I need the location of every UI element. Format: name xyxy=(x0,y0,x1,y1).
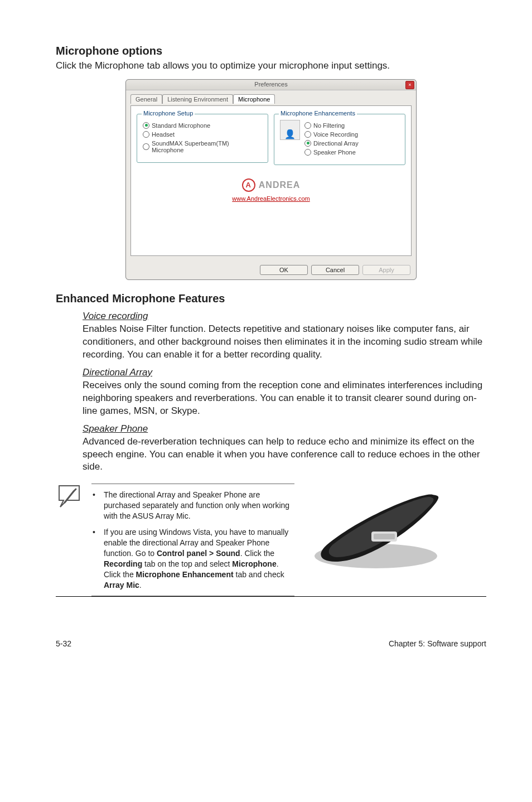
andrea-logo: A ANDREA xyxy=(242,178,300,192)
note-text: The directional Array and Speaker Phone … xyxy=(104,490,293,521)
note-item: • If you are using Windows Vista, you ha… xyxy=(93,527,293,590)
bullet-icon: • xyxy=(93,527,97,590)
radio-voice-recording[interactable]: Voice Recording xyxy=(304,131,359,138)
radio-icon xyxy=(304,131,311,138)
heading-microphone-options: Microphone options xyxy=(56,45,486,57)
bullet-icon: • xyxy=(93,490,97,521)
radio-icon xyxy=(304,149,311,156)
dialog-title: Preferences xyxy=(254,81,287,88)
product-image xyxy=(304,484,447,575)
tabbar: General Listening Environment Microphone xyxy=(130,94,412,103)
radio-icon xyxy=(143,131,149,138)
ok-button[interactable]: OK xyxy=(260,265,308,275)
footer-page-number: 5-32 xyxy=(56,639,71,648)
group-legend-enh: Microphone Enhancements xyxy=(279,110,357,117)
group-legend-setup: Microphone Setup xyxy=(142,110,195,117)
radio-label: Standard Microphone xyxy=(152,122,210,129)
note-item: • The directional Array and Speaker Phon… xyxy=(93,490,293,521)
note-box: • The directional Array and Speaker Phon… xyxy=(91,484,294,596)
feature-title-directional-array: Directional Array xyxy=(83,367,486,378)
tab-general[interactable]: General xyxy=(130,94,162,104)
feature-body-directional-array: Receives only the sound coming from the … xyxy=(83,379,486,418)
group-microphone-enhancements: Microphone Enhancements 👤 No Filtering xyxy=(274,114,405,165)
footer-chapter: Chapter 5: Software support xyxy=(389,639,486,648)
apply-button[interactable]: Apply xyxy=(362,265,410,275)
feature-title-speaker-phone: Speaker Phone xyxy=(83,423,486,434)
close-icon[interactable]: × xyxy=(405,81,414,89)
feature-title-voice-recording: Voice recording xyxy=(83,311,486,322)
andrea-mark-icon: A xyxy=(242,178,255,192)
radio-label: Speaker Phone xyxy=(313,149,356,156)
preferences-dialog: Preferences × General Listening Environm… xyxy=(125,79,417,280)
radio-speaker-phone[interactable]: Speaker Phone xyxy=(304,149,359,156)
feature-body-voice-recording: Enables Noise Filter function. Detects r… xyxy=(83,323,486,361)
tab-panel-microphone: Microphone Setup Standard Microphone Hea… xyxy=(130,105,412,256)
radio-label: Voice Recording xyxy=(313,131,358,138)
radio-label: Directional Array xyxy=(313,140,359,147)
radio-label: No Filtering xyxy=(313,122,345,129)
radio-icon xyxy=(304,140,311,147)
andrea-logo-text: ANDREA xyxy=(259,180,300,190)
group-microphone-setup: Microphone Setup Standard Microphone Hea… xyxy=(137,114,268,163)
note-icon xyxy=(57,484,84,513)
radio-no-filtering[interactable]: No Filtering xyxy=(304,122,359,129)
cancel-button[interactable]: Cancel xyxy=(311,265,359,275)
radio-label: Headset xyxy=(152,131,175,138)
intro-text: Click the Microphone tab allows you to o… xyxy=(56,60,486,73)
heading-enhanced-features: Enhanced Microphone Features xyxy=(56,292,486,305)
feature-body-speaker-phone: Advanced de-reverberation techniques can… xyxy=(83,436,486,474)
radio-label: SoundMAX Superbeam(TM) Microphone xyxy=(152,140,262,153)
radio-directional-array[interactable]: Directional Array xyxy=(304,140,359,147)
radio-standard-microphone[interactable]: Standard Microphone xyxy=(143,122,262,129)
tab-microphone[interactable]: Microphone xyxy=(233,94,275,104)
radio-headset[interactable]: Headset xyxy=(143,131,262,138)
note-text: If you are using Windows Vista, you have… xyxy=(104,527,293,590)
avatar-icon: 👤 xyxy=(280,120,300,140)
radio-superbeam[interactable]: SoundMAX Superbeam(TM) Microphone xyxy=(143,140,262,153)
radio-icon xyxy=(143,143,149,150)
svg-rect-2 xyxy=(374,534,395,539)
radio-icon xyxy=(143,122,149,129)
radio-icon xyxy=(304,122,311,129)
tab-listening-environment[interactable]: Listening Environment xyxy=(162,94,233,104)
andrea-link[interactable]: www.AndreaElectronics.com xyxy=(137,195,405,202)
